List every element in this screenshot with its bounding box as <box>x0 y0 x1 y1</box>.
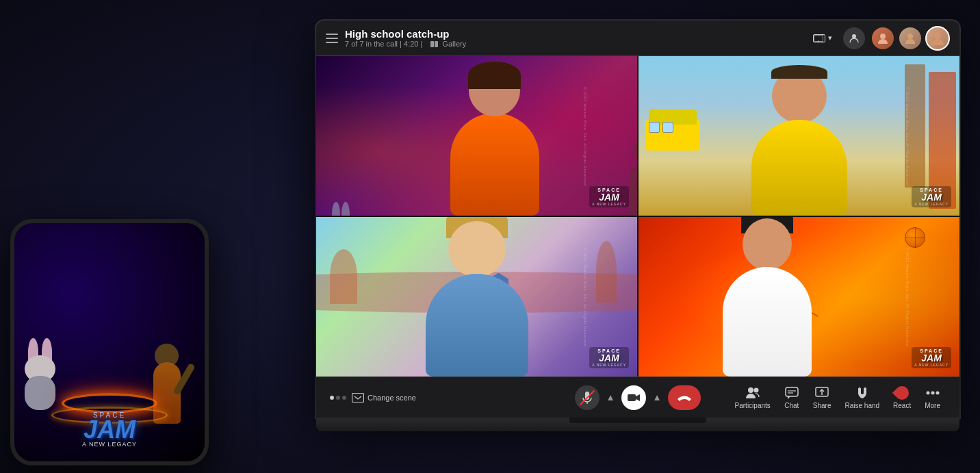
copyright-cell1: © 2021 Warner Bros. Ent. All Rights Rese… <box>584 86 588 186</box>
copyright-cell4: © 2021 Warner Bros. Ent. All Rights Rese… <box>906 247 910 346</box>
call-title: High school catch-up <box>345 28 801 40</box>
svg-rect-5 <box>352 393 364 402</box>
video-cell-2: SPACE JAM A NEW LEGACY © 2021 Warner Bro… <box>639 56 959 216</box>
change-scene-button[interactable]: Change scene <box>352 393 416 402</box>
camera-button[interactable] <box>621 385 646 410</box>
chat-button[interactable]: Chat <box>779 383 805 412</box>
participants-icon <box>745 385 760 400</box>
avatar-3-active <box>925 26 950 51</box>
gallery-icon-small <box>430 41 438 47</box>
space-jam-logo-cell2: SPACE JAM A NEW LEGACY <box>912 186 951 207</box>
react-button[interactable]: React <box>888 383 916 412</box>
people-button[interactable] <box>843 27 865 49</box>
raise-hand-label: Raise hand <box>844 402 879 409</box>
svg-point-9 <box>748 387 753 393</box>
screen-share-label: ▾ <box>828 34 832 42</box>
phone-screen: SPACE JAM A NEW LEGACY <box>14 223 205 461</box>
avatar-2 <box>898 26 923 51</box>
svg-point-17 <box>931 392 934 395</box>
video-cell-4: SPACE JAM A NEW LEGACY © 2021 Warner Bro… <box>639 217 959 376</box>
share-label: Share <box>813 402 831 409</box>
mic-chevron[interactable]: ▲ <box>605 392 616 403</box>
scene-container: SPACE JAM A NEW LEGACY High school catch… <box>0 0 980 473</box>
svg-point-18 <box>936 392 939 395</box>
laptop-screen: High school catch-up 7 of 7 in the call … <box>316 21 959 418</box>
space-jam-logo-cell4: SPACE JAM A NEW LEGACY <box>912 347 951 368</box>
more-button[interactable]: More <box>919 383 946 412</box>
svg-point-3 <box>907 34 913 39</box>
video-cell-1: SPACE JAM A NEW LEGACY © 2021 Warner Bro… <box>316 56 637 216</box>
taxi-cab <box>645 120 700 151</box>
header-controls: ▾ <box>808 26 950 51</box>
react-icon <box>894 385 910 400</box>
end-call-button[interactable] <box>668 385 701 410</box>
video-cell-3: SPACE JAM A NEW LEGACY © 2021 Warner Bro… <box>316 217 637 376</box>
participants-label: Participants <box>735 402 771 409</box>
basketball-cell4 <box>905 227 925 248</box>
more-label: More <box>925 402 940 409</box>
toolbar-right: Participants Chat <box>730 383 946 412</box>
phone-bugs-character <box>21 338 62 407</box>
copyright-cell2: © 2021 Warner Bros. Ent. All Rights Rese… <box>906 86 910 186</box>
avatar-1 <box>871 26 895 51</box>
share-icon <box>814 385 829 400</box>
chat-label: Chat <box>784 402 799 409</box>
call-participants-count: 7 of 7 in the call | 4:20 | <box>345 40 422 48</box>
chat-icon <box>784 385 799 400</box>
share-button[interactable]: Share <box>808 383 837 412</box>
change-scene-label: Change scene <box>368 394 416 402</box>
call-subtitle: 7 of 7 in the call | 4:20 | Gallery <box>345 40 801 48</box>
person-cell2 <box>751 68 847 216</box>
toolbar-left: Change scene <box>330 393 416 402</box>
more-icon <box>925 385 940 400</box>
laptop-device: High school catch-up 7 of 7 in the call … <box>316 21 959 459</box>
copyright-cell3: © 2021 Warner Bros. Ent. All Rights Rese… <box>584 247 588 346</box>
phone-title: SPACE JAM A NEW LEGACY <box>82 411 137 448</box>
teams-toolbar: Change scene ▲ <box>316 376 959 418</box>
gallery-label: Gallery <box>442 40 466 48</box>
person-cell1 <box>450 65 539 216</box>
svg-rect-8 <box>628 394 636 401</box>
space-jam-logo-cell1: SPACE JAM A NEW LEGACY <box>589 186 629 207</box>
svg-point-1 <box>852 34 856 38</box>
header-title-group: High school catch-up 7 of 7 in the call … <box>345 28 801 48</box>
screen-share-button[interactable]: ▾ <box>808 31 838 45</box>
svg-point-10 <box>753 388 758 393</box>
toolbar-center: ▲ ▲ <box>575 385 701 410</box>
screen-share-icon <box>813 34 825 42</box>
svg-rect-11 <box>786 387 798 396</box>
mute-button[interactable] <box>575 385 599 410</box>
react-label: React <box>893 402 911 409</box>
hamburger-icon[interactable] <box>326 34 338 43</box>
participants-avatars <box>871 26 950 51</box>
svg-point-2 <box>880 34 886 39</box>
teams-header: High school catch-up 7 of 7 in the call … <box>316 21 959 56</box>
svg-point-4 <box>934 32 941 39</box>
person-cell4 <box>723 217 812 376</box>
phone-jam-text: JAM <box>82 419 137 441</box>
laptop-hinge <box>569 418 706 423</box>
space-jam-logo-cell3: SPACE JAM A NEW LEGACY <box>589 347 629 368</box>
scene-dots <box>330 396 346 400</box>
svg-point-16 <box>926 392 929 395</box>
raise-hand-icon <box>855 385 870 400</box>
person-cell3 <box>426 217 528 376</box>
camera-chevron[interactable]: ▲ <box>652 392 662 403</box>
participants-button[interactable]: Participants <box>730 383 776 412</box>
phone-device: SPACE JAM A NEW LEGACY <box>10 219 209 465</box>
video-grid: SPACE JAM A NEW LEGACY © 2021 Warner Bro… <box>316 56 959 376</box>
raise-hand-button[interactable]: Raise hand <box>839 383 885 412</box>
laptop-base <box>316 418 959 431</box>
